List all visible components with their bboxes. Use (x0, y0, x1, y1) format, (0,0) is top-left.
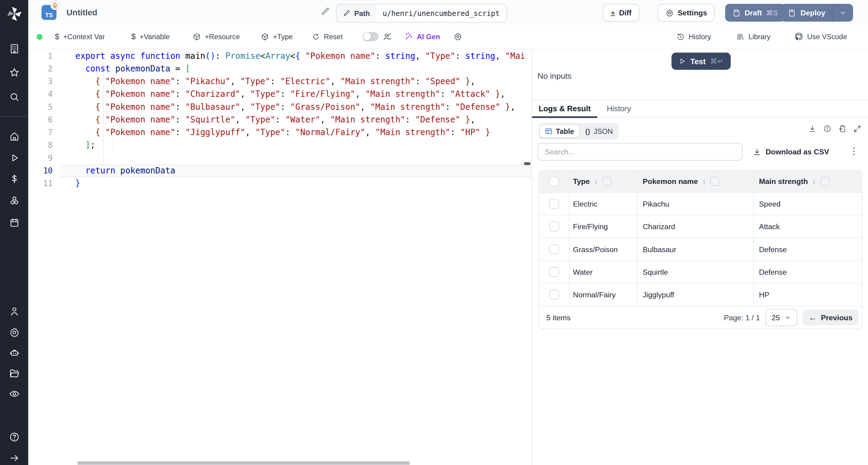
expand-sidebar-icon[interactable] (0, 449, 28, 465)
code-line[interactable]: 6 { "Pokemon name": "Squirtle", "Type": … (28, 113, 532, 126)
deploy-dropdown-button[interactable] (832, 9, 853, 17)
add-type-button[interactable]: +Type (261, 25, 293, 48)
settings-button[interactable]: Settings (658, 4, 715, 22)
draft-shortcut: ⌘S (766, 8, 778, 17)
sort-icon[interactable]: ↕ (812, 177, 816, 186)
tab-history[interactable]: History (600, 100, 638, 117)
package-icon (261, 32, 269, 41)
row-checkbox[interactable] (549, 267, 559, 277)
schedules-icon[interactable] (0, 213, 28, 232)
more-options-kebab-icon[interactable]: ⋮ (849, 145, 859, 157)
dollar-icon: $ (55, 32, 59, 41)
search-icon[interactable] (0, 87, 28, 106)
download-icon[interactable] (808, 124, 817, 133)
code-line[interactable]: 7 { "Pokemon name": "Jigglypuff", "Type"… (28, 126, 532, 139)
column-option-box[interactable] (602, 177, 612, 186)
line-number: 3 (28, 75, 59, 88)
add-context-var-button[interactable]: $ +Context Var (55, 25, 105, 48)
table-row[interactable]: Water Squirtle Defense (539, 261, 862, 284)
table-row[interactable]: Grass/Poison Bulbasaur Defense (539, 238, 862, 261)
resources-icon[interactable] (0, 192, 28, 210)
row-checkbox[interactable] (549, 244, 559, 254)
expand-icon[interactable] (853, 124, 861, 133)
diff-button[interactable]: ± Diff (603, 4, 639, 22)
view-json-option[interactable]: {} JSON (580, 125, 618, 137)
page-size-select[interactable]: 25 (766, 309, 797, 326)
items-count: 5 items (547, 313, 570, 322)
home-icon[interactable] (0, 127, 28, 146)
table-header: Type ↕ Pokemon name ↕ Main strength ↕ (539, 171, 862, 193)
editor-settings-gear[interactable] (453, 25, 462, 48)
windmill-logo[interactable] (0, 4, 28, 23)
row-checkbox[interactable] (549, 222, 559, 232)
workspace-icon[interactable] (0, 39, 28, 58)
code-line[interactable]: 11} (28, 177, 532, 190)
tab-logs-result[interactable]: Logs & Result (532, 100, 597, 117)
variables-icon[interactable] (0, 170, 28, 188)
app-window: TS Untitled Path u/henri/unencumbered_sc… (0, 0, 868, 465)
workers-icon[interactable] (0, 344, 28, 362)
arrow-left-icon: ← (809, 313, 816, 322)
table-row[interactable]: Electric Pikachu Speed (539, 193, 862, 215)
panel-divider[interactable] (531, 49, 532, 465)
add-variable-button[interactable]: $ +Variable (131, 25, 169, 48)
code-line[interactable]: 1export async function main(): Promise<A… (28, 50, 532, 62)
gear-icon (453, 32, 462, 41)
reset-button[interactable]: Reset (312, 25, 343, 48)
runs-icon[interactable] (0, 148, 28, 167)
favorites-icon[interactable] (0, 63, 28, 82)
editor-horizontal-scrollbar[interactable] (78, 461, 410, 465)
history-button[interactable]: History (676, 25, 711, 48)
code-line[interactable]: 3 { "Pokemon name": "Pikachu", "Type": "… (28, 75, 532, 88)
code-editor[interactable]: 1export async function main(): Promise<A… (28, 49, 532, 465)
folders-icon[interactable] (0, 364, 28, 383)
code-line[interactable]: 9 (28, 151, 532, 164)
code-text (59, 151, 532, 164)
settings-icon[interactable] (0, 323, 28, 342)
multiplayer-users-icon (382, 32, 392, 41)
status-dot (36, 34, 42, 40)
download-csv-button[interactable]: Download as CSV (753, 145, 829, 158)
row-checkbox[interactable] (549, 290, 559, 300)
library-icon (736, 32, 745, 41)
edit-summary-pencil-icon[interactable] (320, 7, 330, 16)
search-input[interactable] (537, 143, 743, 161)
path-field[interactable]: Path u/henri/unencumbered_script (336, 4, 507, 23)
sort-icon[interactable]: ↕ (594, 177, 598, 186)
column-header-pokemon-name[interactable]: Pokemon name (643, 177, 698, 186)
code-line[interactable]: 5 { "Pokemon name": "Bulbasaur", "Type":… (28, 100, 532, 113)
column-option-box[interactable] (710, 177, 720, 186)
test-button[interactable]: Test ⌘↵ (672, 53, 731, 70)
deploy-button[interactable]: Deploy (781, 4, 853, 22)
copy-to-clipboard-icon[interactable] (838, 124, 846, 133)
refresh-icon (312, 32, 320, 41)
library-button[interactable]: Library (736, 25, 770, 48)
table-row[interactable]: Fire/Flying Charizard Attack (539, 215, 862, 238)
ai-gen-button[interactable]: AI Gen (404, 25, 440, 48)
multiplayer-toggle[interactable] (363, 25, 392, 48)
line-number: 6 (28, 113, 59, 126)
github-icon (795, 32, 803, 41)
users-icon[interactable] (0, 302, 28, 321)
audit-eye-icon[interactable] (0, 384, 28, 403)
sort-icon[interactable]: ↕ (702, 177, 706, 186)
help-icon[interactable] (0, 428, 28, 446)
column-header-main-strength[interactable]: Main strength (759, 177, 808, 186)
code-line[interactable]: 2 const pokemonData = [ (28, 62, 532, 75)
use-vscode-button[interactable]: Use VScode (795, 25, 847, 48)
code-line[interactable]: 4 { "Pokemon name": "Charizard", "Type":… (28, 88, 532, 100)
code-line[interactable]: 10 return pokemonData (28, 164, 532, 177)
column-header-type[interactable]: Type (573, 177, 590, 186)
add-resource-button[interactable]: +Resource (193, 25, 240, 48)
row-checkbox[interactable] (549, 199, 559, 209)
column-option-box[interactable] (820, 177, 830, 186)
download-icon (753, 147, 761, 156)
view-table-option[interactable]: Table (540, 125, 579, 137)
table-row[interactable]: Normal/Fairy Jigglypuff HP (539, 284, 862, 306)
select-all-checkbox[interactable] (549, 176, 559, 186)
draft-button[interactable]: Draft ⌘S (725, 4, 785, 22)
previous-page-button[interactable]: ← Previous (803, 310, 859, 325)
toggle-switch[interactable] (363, 32, 378, 41)
info-icon[interactable] (823, 124, 832, 133)
code-line[interactable]: 8 ]; (28, 139, 532, 151)
